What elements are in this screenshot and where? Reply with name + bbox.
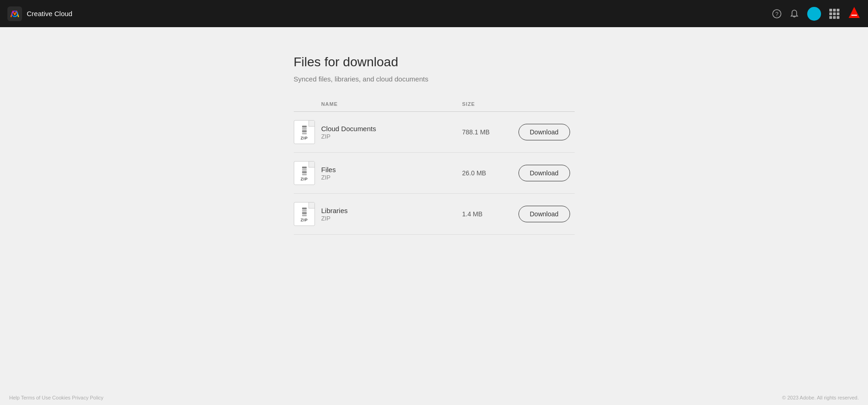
file-name-cell: ZIP Files ZIP xyxy=(294,153,462,194)
main-content: Files for download Synced files, librari… xyxy=(0,0,868,405)
col-header-action xyxy=(518,101,575,112)
file-cell: ZIP Files ZIP xyxy=(294,161,462,185)
zip-segment xyxy=(302,212,307,214)
download-button[interactable]: Download xyxy=(518,206,570,222)
zip-segment xyxy=(302,167,307,168)
files-table: NAME SIZE ZIP xyxy=(294,101,575,235)
zip-segment xyxy=(302,169,307,171)
file-name-text: Cloud Documents xyxy=(321,124,376,133)
file-size-text: 1.4 MB xyxy=(462,210,483,218)
notification-icon[interactable] xyxy=(790,9,799,18)
app-title: Creative Cloud xyxy=(27,10,72,17)
download-button[interactable]: Download xyxy=(518,165,570,181)
file-type-text: ZIP xyxy=(321,133,376,140)
creative-cloud-logo[interactable] xyxy=(7,6,22,21)
footer-links: Help Terms of Use Cookies Privacy Policy xyxy=(9,395,104,400)
file-type-text: ZIP xyxy=(321,174,336,181)
footer-copyright: © 2023 Adobe. All rights reserved. xyxy=(782,395,859,400)
zip-zipper xyxy=(302,126,307,134)
help-icon[interactable]: ? xyxy=(772,9,781,18)
file-name-text: Files xyxy=(321,165,336,174)
zip-segment xyxy=(302,130,307,132)
table-header-row: NAME SIZE xyxy=(294,101,575,112)
zip-zipper xyxy=(302,167,307,175)
file-name-cell: ZIP Cloud Documents ZIP xyxy=(294,112,462,153)
zip-label: ZIP xyxy=(301,177,308,181)
zip-segment xyxy=(302,128,307,130)
col-header-name: NAME xyxy=(294,101,462,112)
file-name-cell: ZIP Libraries ZIP xyxy=(294,194,462,235)
file-info: Libraries ZIP xyxy=(321,206,348,222)
file-cell: ZIP Libraries ZIP xyxy=(294,202,462,226)
zip-label: ZIP xyxy=(301,136,308,140)
file-table-body: ZIP Cloud Documents ZIP 788.1 MBDownload… xyxy=(294,112,575,235)
file-size-cell: 26.0 MB xyxy=(462,153,518,194)
file-info: Files ZIP xyxy=(321,165,336,181)
zip-file-icon: ZIP xyxy=(294,202,315,226)
page-title: Files for download xyxy=(294,55,575,69)
header-left: Creative Cloud xyxy=(7,6,72,21)
file-type-text: ZIP xyxy=(321,215,348,222)
adobe-logo[interactable] xyxy=(848,6,861,22)
file-size-cell: 788.1 MB xyxy=(462,112,518,153)
content-area: Files for download Synced files, librari… xyxy=(158,27,711,262)
zip-segment xyxy=(302,208,307,209)
user-avatar[interactable] xyxy=(807,7,821,21)
file-info: Cloud Documents ZIP xyxy=(321,124,376,140)
zip-segment xyxy=(302,214,307,216)
file-size-text: 26.0 MB xyxy=(462,169,486,177)
zip-label: ZIP xyxy=(301,218,308,222)
zip-segment xyxy=(302,126,307,127)
table-row: ZIP Cloud Documents ZIP 788.1 MBDownload xyxy=(294,112,575,153)
file-action-cell: Download xyxy=(518,112,575,153)
file-name-text: Libraries xyxy=(321,206,348,215)
file-cell: ZIP Cloud Documents ZIP xyxy=(294,120,462,144)
zip-segment xyxy=(302,210,307,212)
zip-zipper xyxy=(302,208,307,216)
table-row: ZIP Files ZIP 26.0 MBDownload xyxy=(294,153,575,194)
file-action-cell: Download xyxy=(518,194,575,235)
download-button[interactable]: Download xyxy=(518,124,570,140)
zip-segment xyxy=(302,133,307,134)
table-row: ZIP Libraries ZIP 1.4 MBDownload xyxy=(294,194,575,235)
zip-file-icon: ZIP xyxy=(294,161,315,185)
zip-segment xyxy=(302,174,307,175)
app-header: Creative Cloud ? xyxy=(0,0,868,27)
svg-text:?: ? xyxy=(775,11,779,17)
zip-segment xyxy=(302,171,307,173)
header-right: ? xyxy=(772,6,861,22)
zip-file-icon: ZIP xyxy=(294,120,315,144)
page-footer: Help Terms of Use Cookies Privacy Policy… xyxy=(0,390,868,405)
col-header-size: SIZE xyxy=(462,101,518,112)
file-size-cell: 1.4 MB xyxy=(462,194,518,235)
file-action-cell: Download xyxy=(518,153,575,194)
file-size-text: 788.1 MB xyxy=(462,128,490,136)
apps-grid-icon[interactable] xyxy=(829,9,839,19)
page-subtitle: Synced files, libraries, and cloud docum… xyxy=(294,75,575,83)
